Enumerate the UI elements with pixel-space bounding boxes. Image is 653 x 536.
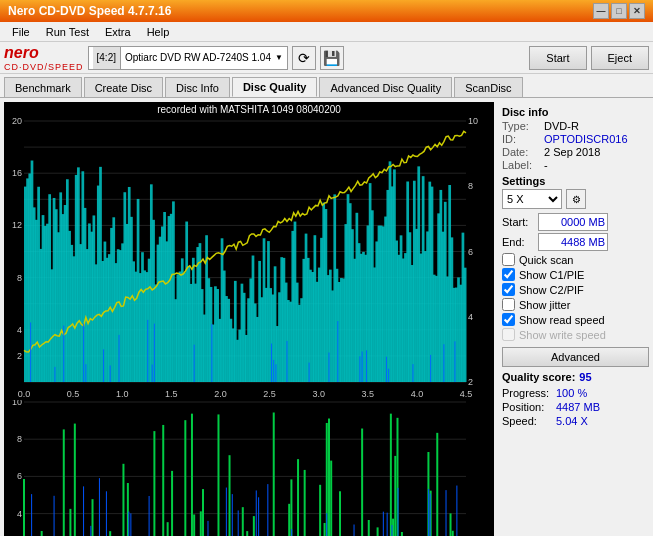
main-content: recorded with MATSHITA 1049 08040200 PI … bbox=[0, 98, 653, 536]
disc-label-value: - bbox=[544, 159, 548, 171]
speed-select[interactable]: 5 X Max bbox=[502, 189, 562, 209]
nero-sub-brand: CD·DVD/SPEED bbox=[4, 62, 84, 72]
end-input-row: End: bbox=[502, 233, 649, 251]
end-input[interactable] bbox=[538, 233, 608, 251]
minimize-button[interactable]: — bbox=[593, 3, 609, 19]
menu-bar: File Run Test Extra Help bbox=[0, 22, 653, 42]
drive-dropdown-icon[interactable]: ▼ bbox=[275, 53, 283, 62]
nero-brand: nero bbox=[4, 44, 39, 62]
disc-type-value: DVD-R bbox=[544, 120, 579, 132]
tab-create-disc[interactable]: Create Disc bbox=[84, 77, 163, 97]
chart-title: recorded with MATSHITA 1049 08040200 bbox=[4, 102, 494, 117]
start-input-row: Start: bbox=[502, 213, 649, 231]
show-c2-label: Show C2/PIF bbox=[519, 284, 584, 296]
tab-disc-info[interactable]: Disc Info bbox=[165, 77, 230, 97]
drive-selector[interactable]: [4:2] Optiarc DVD RW AD-7240S 1.04 ▼ bbox=[88, 46, 288, 70]
advanced-button[interactable]: Advanced bbox=[502, 347, 649, 367]
maximize-button[interactable]: □ bbox=[611, 3, 627, 19]
nero-logo: nero CD·DVD/SPEED bbox=[4, 44, 84, 72]
title-bar-text: Nero CD-DVD Speed 4.7.7.16 bbox=[8, 4, 593, 18]
disc-id-row: ID: OPTODISCR016 bbox=[502, 133, 649, 145]
tab-disc-quality[interactable]: Disc Quality bbox=[232, 77, 318, 97]
toolbar: nero CD·DVD/SPEED [4:2] Optiarc DVD RW A… bbox=[0, 42, 653, 74]
progress-value: 100 % bbox=[556, 387, 587, 399]
progress-section: Progress: 100 % Position: 4487 MB Speed:… bbox=[502, 387, 649, 427]
quick-scan-label: Quick scan bbox=[519, 254, 573, 266]
quality-score-label: Quality score: bbox=[502, 371, 575, 383]
position-label: Position: bbox=[502, 401, 552, 413]
disc-id-value: OPTODISCR016 bbox=[544, 133, 628, 145]
quality-score-value: 95 bbox=[579, 371, 591, 383]
show-read-speed-label: Show read speed bbox=[519, 314, 605, 326]
settings-icon[interactable]: ⚙ bbox=[566, 189, 586, 209]
disc-id-label: ID: bbox=[502, 133, 540, 145]
show-c1-label: Show C1/PIE bbox=[519, 269, 584, 281]
disc-type-row: Type: DVD-R bbox=[502, 120, 649, 132]
show-c2-checkbox[interactable] bbox=[502, 283, 515, 296]
quick-scan-row: Quick scan bbox=[502, 253, 649, 266]
left-section: recorded with MATSHITA 1049 08040200 PI … bbox=[0, 98, 498, 536]
start-button[interactable]: Start bbox=[529, 46, 586, 70]
show-write-speed-checkbox[interactable] bbox=[502, 328, 515, 341]
title-bar: Nero CD-DVD Speed 4.7.7.16 — □ ✕ bbox=[0, 0, 653, 22]
drive-label: [4:2] bbox=[93, 47, 121, 69]
drive-name: Optiarc DVD RW AD-7240S 1.04 bbox=[121, 52, 275, 63]
show-c1-row: Show C1/PIE bbox=[502, 268, 649, 281]
refresh-icon[interactable]: ⟳ bbox=[292, 46, 316, 70]
speed-label: Speed: bbox=[502, 415, 552, 427]
show-c1-checkbox[interactable] bbox=[502, 268, 515, 281]
show-read-speed-row: Show read speed bbox=[502, 313, 649, 326]
end-input-label: End: bbox=[502, 236, 534, 248]
eject-button[interactable]: Eject bbox=[591, 46, 649, 70]
show-jitter-row: Show jitter bbox=[502, 298, 649, 311]
disc-label-label: Label: bbox=[502, 159, 540, 171]
lower-chart bbox=[4, 400, 494, 536]
title-bar-buttons: — □ ✕ bbox=[593, 3, 645, 19]
quality-score-row: Quality score: 95 bbox=[502, 371, 649, 383]
right-panel: Disc info Type: DVD-R ID: OPTODISCR016 D… bbox=[498, 98, 653, 536]
speed-value: 5.04 X bbox=[556, 415, 588, 427]
disc-date-row: Date: 2 Sep 2018 bbox=[502, 146, 649, 158]
tab-bar: Benchmark Create Disc Disc Info Disc Qua… bbox=[0, 74, 653, 98]
disc-date-value: 2 Sep 2018 bbox=[544, 146, 600, 158]
show-write-speed-label: Show write speed bbox=[519, 329, 606, 341]
position-row: Position: 4487 MB bbox=[502, 401, 649, 413]
tab-benchmark[interactable]: Benchmark bbox=[4, 77, 82, 97]
charts-wrapper: recorded with MATSHITA 1049 08040200 bbox=[4, 102, 494, 536]
disc-type-label: Type: bbox=[502, 120, 540, 132]
start-input[interactable] bbox=[538, 213, 608, 231]
menu-extra[interactable]: Extra bbox=[97, 24, 139, 40]
disc-date-label: Date: bbox=[502, 146, 540, 158]
progress-row: Progress: 100 % bbox=[502, 387, 649, 399]
close-button[interactable]: ✕ bbox=[629, 3, 645, 19]
menu-file[interactable]: File bbox=[4, 24, 38, 40]
show-read-speed-checkbox[interactable] bbox=[502, 313, 515, 326]
disc-label-row: Label: - bbox=[502, 159, 649, 171]
menu-run-test[interactable]: Run Test bbox=[38, 24, 97, 40]
save-icon[interactable]: 💾 bbox=[320, 46, 344, 70]
settings-title: Settings bbox=[502, 175, 649, 187]
quick-scan-checkbox[interactable] bbox=[502, 253, 515, 266]
show-write-speed-row: Show write speed bbox=[502, 328, 649, 341]
tab-advanced-disc-quality[interactable]: Advanced Disc Quality bbox=[319, 77, 452, 97]
show-c2-row: Show C2/PIF bbox=[502, 283, 649, 296]
upper-chart bbox=[4, 117, 494, 400]
show-jitter-label: Show jitter bbox=[519, 299, 570, 311]
position-value: 4487 MB bbox=[556, 401, 600, 413]
tab-scan-disc[interactable]: ScanDisc bbox=[454, 77, 522, 97]
menu-help[interactable]: Help bbox=[139, 24, 178, 40]
show-jitter-checkbox[interactable] bbox=[502, 298, 515, 311]
disc-info-title: Disc info bbox=[502, 106, 649, 118]
speed-row: Speed: 5.04 X bbox=[502, 415, 649, 427]
speed-settings-row: 5 X Max ⚙ bbox=[502, 189, 649, 209]
start-input-label: Start: bbox=[502, 216, 534, 228]
progress-label: Progress: bbox=[502, 387, 552, 399]
